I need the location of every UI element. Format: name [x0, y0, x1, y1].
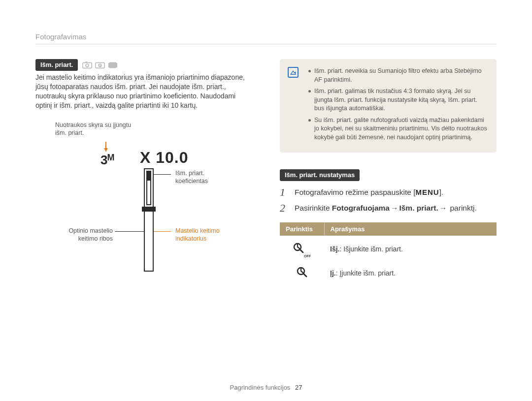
- breadcrumb: Fotografavimas: [35, 32, 497, 44]
- table-header-row: Parinktis Aprašymas: [280, 222, 497, 236]
- leader-line-icon: [154, 174, 171, 175]
- left-column: Išm. priart. P Jei mastelio keitimo indi…: [35, 59, 252, 284]
- note-item: Su išm. priart. galite nufotografuoti va…: [308, 116, 488, 142]
- arrow-icon: →: [390, 204, 399, 212]
- zoom-level-label: X 10.0: [140, 149, 189, 167]
- resolution-label: 3M: [100, 153, 114, 168]
- arrow-icon: →: [438, 204, 448, 212]
- zoom-bar: [144, 168, 158, 272]
- program-mode-icon: P: [95, 61, 105, 69]
- svg-line-14: [303, 274, 306, 277]
- leader-line-icon: [154, 231, 171, 232]
- zoom-bar-slider: [142, 207, 156, 212]
- leader-line-icon: [115, 231, 144, 232]
- caption-indicator: Mastelio keitimo indikatorius: [175, 227, 239, 244]
- step-2-text-pre: Pasirinkite: [295, 204, 332, 212]
- step-number: 1: [280, 187, 289, 198]
- smart-mode-icon: [82, 61, 93, 69]
- caption-top: Nuotraukos skyra su įjungtu išm. priart.: [55, 121, 139, 138]
- section-heading-setting: Išm. priart. nustatymas: [280, 169, 360, 181]
- section-heading-ism-priart: Išm. priart.: [35, 59, 78, 71]
- mode-icons-group: P: [82, 61, 118, 69]
- table-row: OFF Išj.: Išjunkite išm. priart.: [280, 236, 497, 260]
- footer: Pagrindinės funkcijos 27: [0, 384, 532, 391]
- options-table: Parinktis Aprašymas OFF Išj.: Išjunkite …: [280, 222, 497, 284]
- zoom-diagram: Nuotraukos skyra su įjungtu išm. priart.…: [55, 121, 233, 283]
- svg-rect-2: [86, 62, 88, 63]
- step-1: 1 Fotografavimo režime paspauskite [MENU…: [280, 187, 497, 198]
- step-2-bold-1: Fotografuojama: [332, 204, 390, 212]
- smart-zoom-on-icon: [296, 266, 308, 278]
- zoom-bar-fill: [146, 171, 151, 181]
- option-on-label: Įj.: [330, 269, 336, 277]
- svg-rect-0: [83, 62, 92, 68]
- svg-rect-9: [108, 67, 109, 68]
- svg-rect-6: [108, 62, 117, 68]
- page-number: 27: [295, 384, 302, 391]
- svg-rect-7: [108, 62, 109, 63]
- intro-paragraph: Jei mastelio keitimo indikatorius yra iš…: [35, 73, 252, 110]
- resolution-unit: M: [107, 153, 114, 162]
- step-number: 2: [280, 203, 289, 214]
- menu-button-label: MENU: [416, 187, 439, 197]
- svg-text:P: P: [100, 64, 101, 67]
- footer-text: Pagrindinės funkcijos: [230, 384, 291, 391]
- svg-rect-8: [116, 62, 117, 63]
- step-1-text-post: ].: [439, 188, 444, 196]
- right-column: Išm. priart. neveikia su Sumaniojo filtr…: [280, 59, 497, 284]
- note-item: Išm. priart. galimas tik nustačius 4:3 f…: [308, 87, 488, 113]
- header-description: Aprašymas: [324, 222, 497, 236]
- svg-point-1: [86, 64, 89, 67]
- note-item: Išm. priart. neveikia su Sumaniojo filtr…: [308, 67, 488, 84]
- option-off-text: : Išjunkite išm. priart.: [339, 245, 402, 253]
- svg-rect-10: [116, 67, 117, 68]
- info-icon: [288, 67, 299, 78]
- table-row: Įj.: Įjunkite išm. priart.: [280, 260, 497, 284]
- scene-mode-icon: [107, 61, 118, 69]
- option-off-label: Išj.: [330, 245, 339, 253]
- step-2-text-post: parinktį.: [448, 204, 477, 212]
- step-2-bold-2: Išm. priart.: [399, 204, 438, 212]
- off-subscript: OFF: [304, 254, 311, 258]
- step-1-text-pre: Fotografavimo režime paspauskite [: [295, 188, 416, 196]
- caption-coefficient: Išm. priart. koeficientas: [175, 169, 234, 186]
- caption-optical-limit: Optinio mastelio keitimo ribos: [56, 227, 113, 244]
- svg-line-12: [300, 249, 303, 252]
- resolution-value: 3: [100, 153, 107, 167]
- smart-zoom-off-icon: [292, 242, 305, 254]
- note-box: Išm. priart. neveikia su Sumaniojo filtr…: [280, 59, 497, 153]
- orange-down-arrow-icon: [105, 142, 106, 152]
- header-option: Parinktis: [280, 222, 324, 236]
- option-on-text: : Įjunkite išm. priart.: [336, 269, 396, 277]
- step-2: 2 Pasirinkite Fotografuojama→Išm. priart…: [280, 203, 497, 214]
